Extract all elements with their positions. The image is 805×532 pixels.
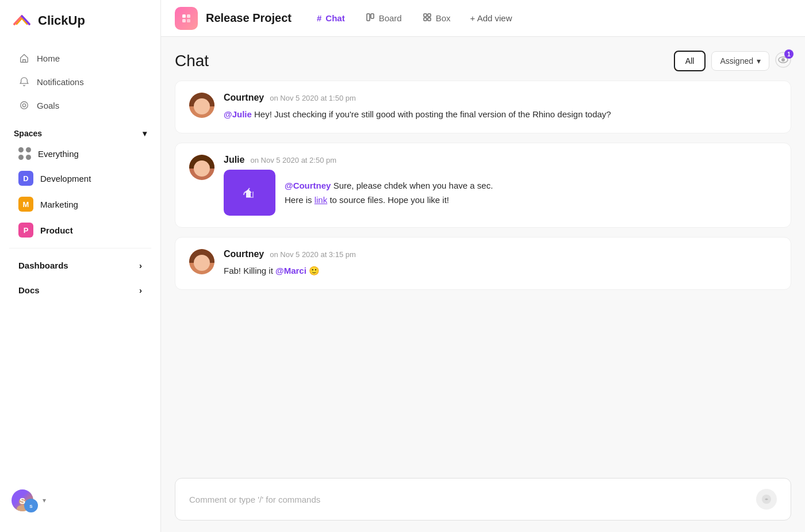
spaces-header[interactable]: Spaces ▾ [0,122,160,141]
sidebar-item-notifications-label: Notifications [37,77,84,87]
message-content-2: Julie on Nov 5 2020 at 2:50 pm @ [224,155,777,216]
filter-chevron-icon: ▾ [757,56,761,66]
sidebar-item-goals-label: Goals [37,101,59,110]
svg-rect-13 [428,18,431,21]
message-content-3: Courtney on Nov 5 2020 at 3:15 pm Fab! K… [224,249,777,278]
message-card-1: Courtney on Nov 5 2020 at 1:50 pm @Julie… [175,81,791,133]
svg-point-16 [781,58,785,62]
board-tab-label: Board [379,13,402,23]
docs-label: Docs [18,285,40,295]
spaces-label: Spaces [14,129,42,138]
svg-rect-9 [371,14,374,18]
sidebar-item-product[interactable]: P Product [5,217,156,243]
logo-area: ClickUp [0,0,160,41]
julie-avatar [189,155,214,180]
message-author-1: Courtney [224,93,264,103]
docs-chevron-icon: › [139,285,142,295]
add-view-label: + Add view [470,13,512,23]
comment-placeholder: Comment or type '/' for commands [189,495,320,504]
attachment-message: @Courtney Sure, please chdek when you ha… [285,178,493,208]
svg-rect-8 [367,14,370,21]
project-title: Release Project [206,12,292,25]
svg-rect-12 [424,18,427,21]
message-time-2: on Nov 5 2020 at 2:50 pm [250,156,336,164]
topbar: Release Project # Chat Board Box + Add v… [161,0,805,37]
comment-input-box[interactable]: Comment or type '/' for commands [175,478,791,520]
svg-text:S: S [29,504,33,509]
courtney-avatar-2 [189,249,214,274]
watch-count-badge: 1 [784,49,793,59]
svg-rect-4 [182,14,186,18]
chat-tab-icon: # [317,13,321,23]
spaces-list: Everything D Development M Marketing P P… [0,141,160,243]
sidebar-item-development[interactable]: D Development [5,166,156,191]
sidebar-item-home-label: Home [37,53,60,63]
message-content-1: Courtney on Nov 5 2020 at 1:50 pm @Julie… [224,93,777,121]
dashboards-label: Dashboards [18,261,68,270]
chat-container: Chat All Assigned ▾ 1 [161,37,805,532]
sidebar-item-goals[interactable]: Goals [5,94,156,117]
mention-3: @Marci [275,266,306,275]
filter-all-button[interactable]: All [674,51,706,71]
message-author-3: Courtney [224,249,264,259]
sidebar-item-marketing-label: Marketing [40,200,78,209]
dashboards-chevron-icon: › [139,261,142,270]
svg-rect-10 [424,14,427,17]
chat-controls: All Assigned ▾ 1 [674,51,791,71]
project-icon [175,7,198,30]
user-status-badge: S [24,499,38,512]
tab-board[interactable]: Board [356,8,411,28]
add-view-button[interactable]: + Add view [462,9,520,28]
clickup-logo-icon [12,10,32,31]
sidebar-item-development-label: Development [40,174,91,183]
message-card-3: Courtney on Nov 5 2020 at 3:15 pm Fab! K… [175,237,791,290]
tab-box[interactable]: Box [413,8,460,28]
chat-header: Chat All Assigned ▾ 1 [175,37,791,81]
marketing-badge: M [18,197,33,212]
sidebar-item-everything-label: Everything [38,149,79,159]
tab-chat[interactable]: # Chat [308,9,354,28]
message-body-1: Hey! Just checking if you're still good … [254,109,611,119]
send-button[interactable] [756,489,777,510]
sidebar-footer: S S ▾ [0,480,160,520]
message-text-1: @Julie Hey! Just checking if you're stil… [224,108,777,121]
filter-assigned-dropdown[interactable]: Assigned ▾ [711,51,769,71]
mention-1: @Julie [224,109,252,119]
divider-1 [9,248,151,248]
watch-button[interactable]: 1 [775,52,791,70]
message-emoji-3: 🙂 [309,266,320,275]
sidebar: ClickUp Home Notifications Goals Spaces … [0,0,161,532]
development-badge: D [18,171,33,186]
attachment-thumbnail[interactable] [224,170,275,216]
user-avatar-container[interactable]: S S [12,489,33,511]
user-dropdown-icon[interactable]: ▾ [43,496,46,504]
message-time-1: on Nov 5 2020 at 1:50 pm [270,94,356,102]
sidebar-item-home[interactable]: Home [5,47,156,70]
nav-items: Home Notifications Goals [0,41,160,122]
message-body-3a: Fab! Killing it [224,266,275,275]
bell-icon [18,76,30,87]
svg-point-1 [22,104,25,106]
mention-2: @Courtney [285,181,331,190]
message-time-3: on Nov 5 2020 at 3:15 pm [270,250,356,259]
assigned-label: Assigned [720,56,753,66]
courtney-avatar-1 [189,93,214,118]
box-tab-label: Box [436,13,451,23]
sidebar-item-notifications[interactable]: Notifications [5,70,156,93]
spaces-chevron-icon: ▾ [143,129,147,138]
sidebar-item-dashboards[interactable]: Dashboards › [5,254,156,277]
sidebar-item-everything[interactable]: Everything [5,142,156,165]
sidebar-item-marketing[interactable]: M Marketing [5,192,156,217]
svg-rect-7 [187,19,190,22]
goals-icon [18,99,30,111]
user-initials: S [20,496,25,506]
sidebar-item-product-label: Product [40,225,73,235]
chat-tab-label: Chat [325,13,344,23]
link-text[interactable]: link [315,195,328,205]
chat-title: Chat [175,52,209,70]
home-icon [18,52,30,64]
sidebar-item-docs[interactable]: Docs › [5,278,156,302]
logo-text: ClickUp [38,13,85,28]
messages-area: Courtney on Nov 5 2020 at 1:50 pm @Julie… [175,81,791,469]
box-tab-icon [423,13,432,24]
